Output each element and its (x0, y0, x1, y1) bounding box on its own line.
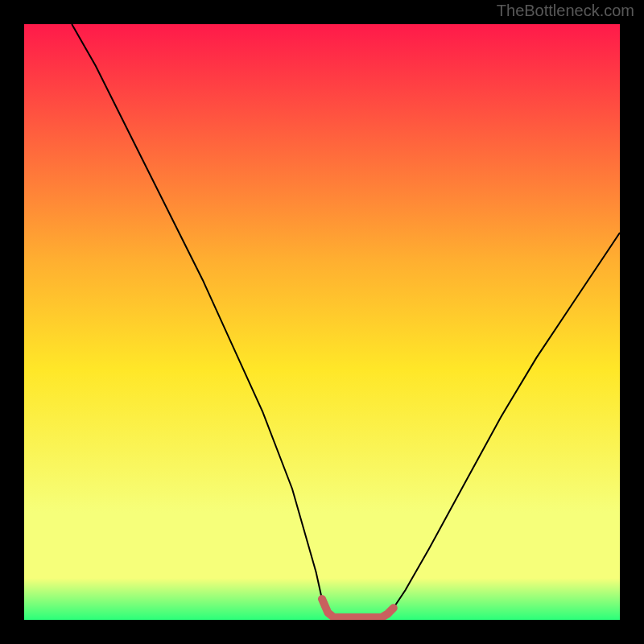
bottleneck-chart (24, 24, 620, 620)
watermark-text: TheBottleneck.com (497, 2, 634, 20)
chart-frame: TheBottleneck.com (0, 0, 644, 644)
gradient-background (24, 24, 620, 620)
